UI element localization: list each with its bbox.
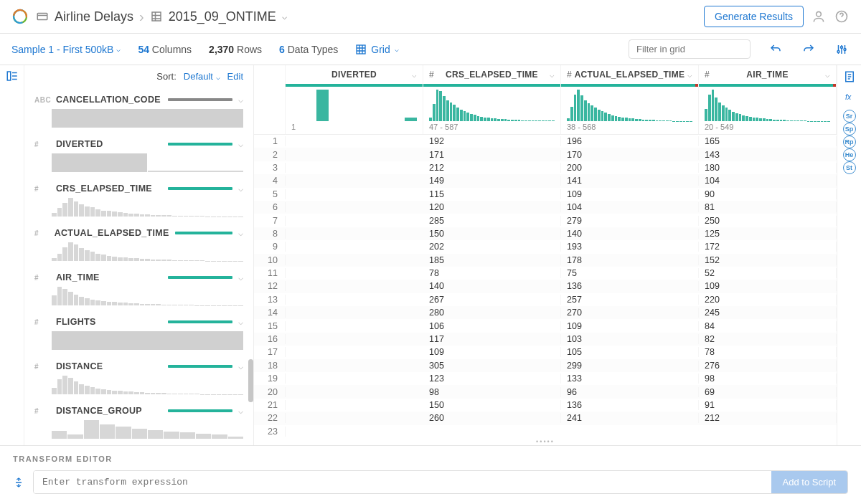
table-row[interactable]: 23 (254, 425, 837, 438)
cell[interactable]: 78 (423, 268, 561, 278)
columns-panel-icon[interactable] (6, 70, 19, 82)
cell[interactable]: 109 (561, 189, 699, 199)
cell[interactable]: 133 (561, 374, 699, 384)
chevron-down-icon[interactable]: ⌵ (238, 228, 243, 238)
table-row[interactable]: 1710910578 (254, 346, 837, 358)
sidebar-column-item[interactable]: # AIR_TIME ⌵ (32, 265, 246, 310)
table-row[interactable]: 18305299276 (254, 359, 837, 372)
add-to-script-button[interactable]: Add to Script (771, 471, 847, 493)
cell[interactable]: 185 (423, 255, 561, 265)
cell[interactable]: 104 (561, 202, 699, 212)
table-row[interactable]: 11787552 (254, 267, 837, 280)
breadcrumb-project[interactable]: Airline Delays (55, 9, 133, 24)
cell[interactable]: 117 (423, 334, 561, 344)
cell[interactable]: 82 (699, 334, 837, 344)
table-row[interactable]: 3212200180 (254, 161, 837, 174)
table-row[interactable]: 9202193172 (254, 240, 837, 253)
cell[interactable]: 305 (423, 361, 561, 371)
cell[interactable]: 140 (561, 229, 699, 239)
function-panel-icon[interactable]: fx (842, 90, 857, 104)
cell[interactable]: 123 (423, 374, 561, 384)
suggestion-badge-sp[interactable]: Sp (843, 123, 856, 135)
sidebar-column-item[interactable]: # DIVERTED ⌵ (32, 132, 246, 176)
column-histogram[interactable] (699, 87, 836, 121)
transform-expression-input[interactable] (34, 471, 771, 493)
cell[interactable]: 52 (699, 268, 837, 278)
cell[interactable]: 257 (561, 295, 699, 305)
suggestion-badge-st[interactable]: St (843, 161, 856, 174)
cell[interactable]: 152 (699, 255, 837, 265)
cell[interactable]: 91 (699, 400, 837, 410)
sidebar-list[interactable]: ABC CANCELLATION_CODE ⌵# DIVERTED ⌵# CRS… (24, 87, 253, 445)
table-row[interactable]: 1192196165 (254, 135, 837, 148)
sidebar-column-item[interactable]: # DISTANCE_GROUP ⌵ (32, 399, 246, 443)
table-row[interactable]: 20989669 (254, 385, 837, 398)
table-row[interactable]: 8150140125 (254, 227, 837, 240)
chevron-down-icon[interactable]: ⌵ (238, 317, 243, 327)
cell[interactable]: 115 (423, 189, 561, 199)
table-row[interactable]: 22260241212 (254, 412, 837, 424)
grid-filter-input[interactable] (629, 39, 751, 59)
table-row[interactable]: 2115013691 (254, 399, 837, 412)
cell[interactable]: 96 (561, 387, 699, 397)
sort-selector[interactable]: Default ⌵ (184, 71, 220, 82)
cell[interactable]: 212 (423, 163, 561, 173)
cell[interactable]: 170 (561, 150, 699, 160)
sidebar-column-item[interactable]: ABC CANCELLATION_CODE ⌵ (32, 87, 246, 132)
cell[interactable]: 193 (561, 242, 699, 252)
table-row[interactable]: 12140136109 (254, 280, 837, 293)
cell[interactable]: 212 (699, 413, 837, 423)
user-icon[interactable] (811, 9, 827, 24)
grid-column-header[interactable]: #ACTUAL_ELAPSED_TIME⌵38 - 568 (561, 65, 699, 134)
recipe-panel-icon[interactable] (842, 70, 857, 84)
cell[interactable]: 171 (423, 150, 561, 160)
chevron-down-icon[interactable]: ⌵ (825, 70, 830, 80)
view-mode-selector[interactable]: Grid⌵ (355, 44, 398, 55)
chevron-down-icon[interactable]: ⌵ (238, 95, 243, 105)
cell[interactable]: 103 (561, 334, 699, 344)
column-histogram[interactable] (423, 87, 560, 121)
table-row[interactable]: 13267257220 (254, 293, 837, 306)
cell[interactable]: 109 (423, 347, 561, 357)
cell[interactable]: 106 (423, 321, 561, 331)
edit-columns-link[interactable]: Edit (227, 71, 243, 82)
cell[interactable]: 280 (423, 308, 561, 318)
sidebar-column-item[interactable]: # CRS_ELAPSED_TIME ⌵ (32, 176, 246, 221)
cell[interactable]: 250 (699, 216, 837, 226)
table-row[interactable]: 4149141104 (254, 174, 837, 187)
settings-sliders-icon[interactable] (834, 42, 850, 57)
table-row[interactable]: 10185178152 (254, 254, 837, 267)
cell[interactable]: 192 (423, 136, 561, 146)
chevron-down-icon[interactable]: ⌵ (550, 70, 555, 80)
chevron-down-icon[interactable]: ⌵ (687, 70, 692, 80)
cell[interactable]: 178 (561, 255, 699, 265)
suggestion-badge-rp[interactable]: Rp (843, 135, 856, 148)
suggestion-badge-he[interactable]: He (843, 148, 856, 161)
cell[interactable]: 143 (699, 150, 837, 160)
cell[interactable]: 136 (561, 281, 699, 291)
cell[interactable]: 78 (699, 347, 837, 357)
cell[interactable]: 81 (699, 202, 837, 212)
cell[interactable]: 180 (699, 163, 837, 173)
cell[interactable]: 165 (699, 136, 837, 146)
table-row[interactable]: 612010481 (254, 201, 837, 214)
chevron-down-icon[interactable]: ⌵ (238, 272, 243, 282)
sidebar-scrollbar-thumb[interactable] (248, 359, 253, 402)
cell[interactable]: 200 (561, 163, 699, 173)
cell[interactable]: 276 (699, 361, 837, 371)
cell[interactable]: 220 (699, 295, 837, 305)
suggestion-badge-sr[interactable]: Sr (843, 110, 856, 123)
sidebar-column-item[interactable]: # ACTUAL_ELAPSED_TIME ⌵ (32, 221, 246, 265)
cell[interactable]: 196 (561, 136, 699, 146)
cell[interactable]: 109 (561, 321, 699, 331)
cell[interactable]: 202 (423, 242, 561, 252)
cell[interactable]: 84 (699, 321, 837, 331)
cell[interactable]: 98 (423, 387, 561, 397)
grid-horizontal-scrollbar[interactable]: ••••• (254, 438, 837, 445)
table-row[interactable]: 1912313398 (254, 372, 837, 385)
sample-selector[interactable]: Sample 1 - First 500kB⌵ (11, 44, 121, 55)
chevron-down-icon[interactable]: ⌵ (238, 406, 243, 416)
cell[interactable]: 149 (423, 176, 561, 186)
table-row[interactable]: 1510610984 (254, 319, 837, 332)
sidebar-column-item[interactable]: # FLIGHTS ⌵ (32, 310, 246, 354)
